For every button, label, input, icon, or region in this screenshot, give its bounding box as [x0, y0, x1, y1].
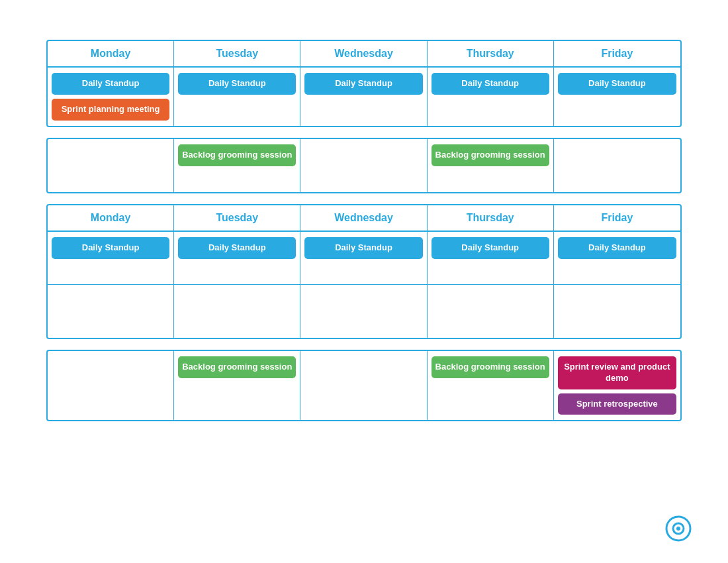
standup-w2-fri[interactable]: Daily Standup — [558, 237, 676, 259]
sprint-review-w2[interactable]: Sprint review and product demo — [558, 356, 676, 389]
week2-header: Monday Tuesday Wednesday Thursday Friday — [48, 205, 680, 232]
standup-w2-wed[interactable]: Daily Standup — [304, 237, 422, 259]
main-container: Monday Tuesday Wednesday Thursday Friday… — [0, 0, 728, 448]
cell-w1r1-tue: Daily Standup — [174, 68, 300, 126]
cell-w1r2-fri — [554, 139, 680, 192]
logo-container — [665, 515, 692, 544]
cell-w2r1-fri: Daily Standup — [554, 232, 680, 285]
cell-w2r2-thu — [428, 285, 554, 338]
week1-block: Monday Tuesday Wednesday Thursday Friday… — [46, 40, 682, 127]
svg-point-2 — [676, 527, 680, 531]
cell-w2r3-tue: Backlog grooming session — [174, 351, 300, 421]
backlog-w2-thu[interactable]: Backlog grooming session — [432, 356, 549, 378]
week2-row2 — [48, 285, 680, 338]
day-header-thu-2: Thursday — [428, 205, 554, 230]
day-header-tue-2: Tuesday — [174, 205, 300, 230]
standup-w1-wed[interactable]: Daily Standup — [304, 73, 422, 95]
day-header-fri-2: Friday — [554, 205, 680, 230]
day-header-mon-1: Monday — [48, 41, 174, 66]
day-header-fri-1: Friday — [554, 41, 680, 66]
week2-row3: Backlog grooming session Backlog groomin… — [48, 351, 680, 421]
week1-row1: Daily Standup Sprint planning meeting Da… — [48, 68, 680, 126]
cell-w1r1-wed: Daily Standup — [300, 68, 427, 126]
standup-w2-mon[interactable]: Daily Standup — [52, 237, 169, 259]
week2-block: Monday Tuesday Wednesday Thursday Friday… — [46, 204, 682, 339]
week1-block2: Backlog grooming session Backlog groomin… — [46, 138, 682, 193]
cell-w1r1-mon: Daily Standup Sprint planning meeting — [48, 68, 174, 126]
week2-row1: Daily Standup Daily Standup Daily Standu… — [48, 232, 680, 285]
day-header-wed-1: Wednesday — [300, 41, 427, 66]
week1-header: Monday Tuesday Wednesday Thursday Friday — [48, 41, 680, 68]
cell-w2r1-tue: Daily Standup — [174, 232, 300, 285]
day-header-tue-1: Tuesday — [174, 41, 300, 66]
cell-w2r1-wed: Daily Standup — [300, 232, 427, 285]
standup-w1-mon[interactable]: Daily Standup — [52, 73, 169, 95]
cell-w1r2-thu: Backlog grooming session — [428, 139, 554, 192]
standup-w1-thu[interactable]: Daily Standup — [432, 73, 549, 95]
cell-w2r3-thu: Backlog grooming session — [428, 351, 554, 421]
cell-w1r2-tue: Backlog grooming session — [174, 139, 300, 192]
cell-w2r2-mon — [48, 285, 174, 338]
standup-w2-thu[interactable]: Daily Standup — [432, 237, 549, 259]
standup-w1-tue[interactable]: Daily Standup — [178, 73, 296, 95]
cell-w2r3-mon — [48, 351, 174, 421]
cell-w2r2-wed — [300, 285, 427, 338]
day-header-mon-2: Monday — [48, 205, 174, 230]
day-header-wed-2: Wednesday — [300, 205, 427, 230]
backlog-w2-tue[interactable]: Backlog grooming session — [178, 356, 296, 378]
week1-row2: Backlog grooming session Backlog groomin… — [48, 139, 680, 192]
retrospective-w2[interactable]: Sprint retrospective — [558, 393, 676, 415]
cell-w2r3-wed — [300, 351, 427, 421]
cell-w1r1-thu: Daily Standup — [428, 68, 554, 126]
sprint-planning-w1[interactable]: Sprint planning meeting — [52, 99, 169, 121]
cell-w2r3-fri: Sprint review and product demo Sprint re… — [554, 351, 680, 421]
day-header-thu-1: Thursday — [428, 41, 554, 66]
app-logo — [665, 515, 692, 542]
cell-w1r2-mon — [48, 139, 174, 192]
cell-w2r1-mon: Daily Standup — [48, 232, 174, 285]
cell-w2r2-tue — [174, 285, 300, 338]
standup-w1-fri[interactable]: Daily Standup — [558, 73, 676, 95]
cell-w2r2-fri — [554, 285, 680, 338]
backlog-w1-thu[interactable]: Backlog grooming session — [432, 144, 549, 166]
week2-block2: Backlog grooming session Backlog groomin… — [46, 350, 682, 422]
standup-w2-tue[interactable]: Daily Standup — [178, 237, 296, 259]
cell-w2r1-thu: Daily Standup — [428, 232, 554, 285]
backlog-w1-tue[interactable]: Backlog grooming session — [178, 144, 296, 166]
cell-w1r2-wed — [300, 139, 427, 192]
cell-w1r1-fri: Daily Standup — [554, 68, 680, 126]
